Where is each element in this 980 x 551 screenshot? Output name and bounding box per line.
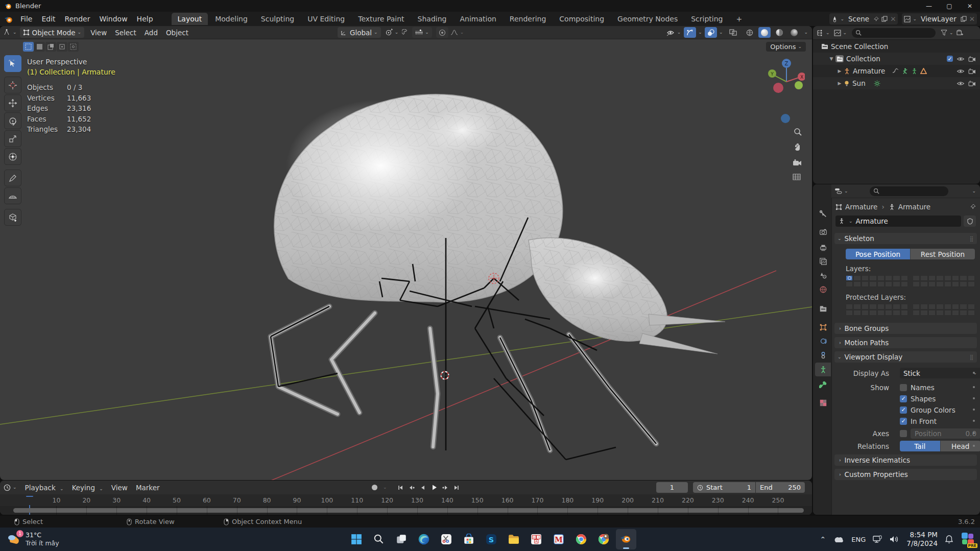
auto-key-button[interactable]	[369, 482, 380, 493]
taskbar-app-chrome[interactable]	[571, 529, 591, 549]
layer-cell[interactable]	[960, 310, 967, 316]
properties-tab-texture[interactable]	[815, 396, 831, 410]
menu-render[interactable]: Render	[60, 13, 95, 25]
workspace-tab-shading[interactable]: Shading	[412, 13, 453, 25]
workspace-tab-layout[interactable]: Layout	[172, 13, 208, 25]
tool-transform[interactable]	[4, 148, 21, 165]
layer-cell[interactable]	[885, 304, 892, 309]
snap-toggle[interactable]	[402, 29, 409, 36]
tray-language[interactable]: ENG	[851, 536, 866, 543]
viewport-display-panel-header[interactable]: ⌄ Viewport Display ⣿	[834, 351, 977, 363]
workspace-tab-texture-paint[interactable]: Texture Paint	[352, 13, 410, 25]
current-frame-badge[interactable]	[26, 496, 33, 497]
inverse-kinematics-panel-header[interactable]: ⌄ Inverse Kinematics	[834, 454, 977, 466]
layer-cell[interactable]	[853, 310, 861, 316]
layer-cell[interactable]	[936, 304, 943, 309]
relations-tail-button[interactable]: Tail	[900, 441, 940, 451]
layer-cell[interactable]	[853, 304, 861, 309]
outliner-row-scene-collection[interactable]: Scene Collection	[813, 40, 980, 53]
layer-cell[interactable]	[944, 310, 951, 316]
custom-properties-panel-header[interactable]: ⌄ Custom Properties	[834, 469, 977, 480]
pin-icon[interactable]	[873, 16, 879, 22]
outliner-row-armature[interactable]: ▶ Armature	[813, 65, 980, 77]
taskbar-app-search[interactable]	[369, 529, 389, 549]
layer-cell[interactable]	[846, 304, 853, 309]
layer-cell[interactable]	[968, 281, 975, 287]
tool-move[interactable]	[4, 94, 21, 111]
layer-cell[interactable]	[952, 275, 959, 281]
timeline-menu-view[interactable]: View	[107, 484, 132, 492]
show-object-types-button[interactable]: ⌄	[666, 29, 681, 36]
timeline-menu-keying[interactable]: Keying ⌄	[68, 484, 107, 492]
layer-cell[interactable]	[853, 275, 861, 281]
workspace-tab-sculpting[interactable]: Sculpting	[255, 13, 300, 25]
options-button[interactable]: Options⌄	[766, 42, 806, 52]
taskbar-app-edge[interactable]	[414, 529, 434, 549]
layer-cell[interactable]	[920, 304, 927, 309]
properties-filter-chevron[interactable]: ⌄	[972, 189, 976, 194]
taskbar-app-snipping[interactable]	[436, 529, 457, 549]
timeline-menu-playback[interactable]: Playback ⌄	[21, 484, 68, 492]
volume-icon[interactable]	[890, 535, 899, 543]
layer-cell[interactable]	[968, 275, 975, 281]
layer-cell[interactable]	[893, 281, 900, 287]
layer-cell[interactable]	[853, 281, 861, 287]
taskbar-app-store[interactable]	[459, 529, 479, 549]
skeleton-panel-header[interactable]: ⌄ Skeleton ⣿	[834, 233, 977, 244]
shading-wireframe-button[interactable]	[744, 27, 756, 38]
timeline-editor-type-button[interactable]: ⌄	[4, 484, 17, 491]
play-button[interactable]	[429, 482, 440, 493]
layer-cell[interactable]	[877, 304, 885, 309]
next-key-button[interactable]	[440, 482, 451, 493]
snapping-dropdown[interactable]: ⌄	[412, 27, 432, 38]
tool-rotate[interactable]	[4, 112, 21, 129]
properties-editor-type-button[interactable]: ⌄	[834, 187, 848, 195]
layer-cell[interactable]	[960, 281, 967, 287]
hide-viewport-eye-icon[interactable]	[957, 81, 965, 86]
jump-end-button[interactable]	[451, 482, 462, 493]
shading-material-button[interactable]	[773, 27, 785, 38]
tool-scale[interactable]	[4, 130, 21, 147]
workspace-tab-rendering[interactable]: Rendering	[504, 13, 553, 25]
layer-cell[interactable]	[936, 275, 943, 281]
group-colors-checkbox[interactable]: ✓	[900, 406, 907, 414]
layer-cell[interactable]	[885, 310, 892, 316]
menu-edit[interactable]: Edit	[37, 13, 60, 25]
select-mode-box[interactable]	[34, 42, 45, 52]
properties-search[interactable]	[870, 186, 948, 196]
disclosure-open-icon[interactable]: ▼	[828, 56, 834, 61]
layer-cell[interactable]	[920, 281, 927, 287]
layer-cell[interactable]	[928, 310, 936, 316]
pin-id-icon[interactable]	[970, 204, 976, 210]
animate-dot[interactable]	[973, 397, 975, 399]
layer-cell[interactable]	[885, 275, 892, 281]
proportional-falloff-button[interactable]: ⌄	[450, 29, 464, 36]
display-as-dropdown[interactable]: Stick ⌄	[900, 368, 980, 378]
taskbar-app-skype[interactable]: S	[481, 529, 501, 549]
pose-position-button[interactable]: Pose Position	[846, 249, 910, 259]
properties-tab-output[interactable]	[815, 241, 831, 254]
overlays-toggle[interactable]	[705, 27, 717, 38]
select-mode-intersect[interactable]	[68, 42, 79, 52]
viewport-menu-select[interactable]: Select	[111, 29, 140, 37]
layer-cell[interactable]	[913, 275, 920, 281]
notifications-bell-icon[interactable]	[945, 535, 953, 544]
taskbar-weather-widget[interactable]: 1 31°C Trời ít mây	[6, 531, 59, 548]
taskbar-app-chrome-alt[interactable]	[593, 529, 614, 549]
names-checkbox[interactable]	[900, 384, 907, 391]
properties-tab-tool[interactable]	[815, 207, 831, 221]
outliner-row-collection[interactable]: ▼ Collection ✓	[813, 53, 980, 65]
layer-cell[interactable]	[920, 275, 927, 281]
layer-cell[interactable]	[944, 304, 951, 309]
layer-cell[interactable]	[893, 310, 900, 316]
tool-annotate[interactable]	[4, 170, 21, 186]
viewport-menu-object[interactable]: Object	[162, 29, 193, 37]
breadcrumb-data[interactable]: Armature	[898, 203, 930, 211]
layer-cell[interactable]	[944, 281, 951, 287]
layer-cell[interactable]	[944, 275, 951, 281]
layer-cell[interactable]	[877, 310, 885, 316]
blender-menu-icon[interactable]	[4, 15, 13, 23]
tool-cursor[interactable]	[4, 77, 21, 93]
layer-cell[interactable]	[936, 310, 943, 316]
layer-cell[interactable]	[952, 304, 959, 309]
